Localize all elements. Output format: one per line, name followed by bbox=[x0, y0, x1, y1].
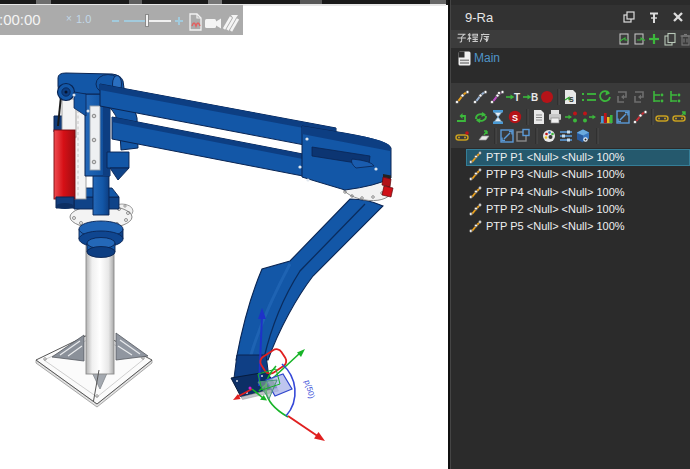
svg-text:p(50): p(50) bbox=[303, 379, 317, 400]
svg-text:T: T bbox=[514, 92, 520, 103]
svg-text:S: S bbox=[569, 96, 574, 103]
svg-text:B: B bbox=[531, 92, 538, 103]
svg-text:S: S bbox=[512, 113, 518, 123]
